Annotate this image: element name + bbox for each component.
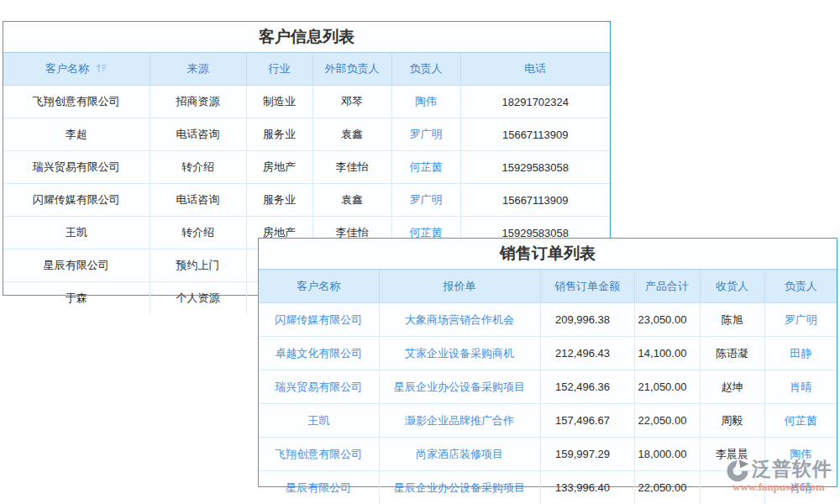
cell-order_amount: 212,496.43 — [540, 337, 634, 370]
vendor-watermark: 泛普软件 www.fanpusoft.com — [719, 456, 838, 495]
owner-link[interactable]: 罗广明 — [410, 128, 443, 140]
cell-product_total: 21,050.00 — [634, 370, 700, 404]
cell-product_total: 22,050.00 — [634, 404, 700, 438]
cell-external_owner: 邓琴 — [312, 86, 391, 118]
cell-name: 于森 — [3, 282, 150, 315]
owner-link[interactable]: 何芷茵 — [785, 414, 817, 427]
owner-link[interactable]: 陶伟 — [415, 95, 437, 108]
cell-industry: 服务业 — [246, 118, 312, 151]
cell-external_owner: 袁鑫 — [312, 184, 391, 217]
sales-order-panel: 销售订单列表 客户名称 报价单 销售订单金额 产品合计 收货人 负责人 闪耀传媒… — [258, 238, 837, 487]
owner-link[interactable]: 肖晴 — [790, 381, 811, 393]
quote-link[interactable]: 星辰企业办公设备采购项目 — [394, 381, 525, 393]
owner-link[interactable]: 罗广明 — [410, 193, 443, 206]
col-header-owner: 负责人 — [391, 53, 460, 86]
cell-industry: 房地产 — [246, 151, 312, 184]
cell-product_total: 14,100.00 — [634, 337, 700, 370]
cell-phone: 15667113909 — [460, 118, 610, 151]
col-header-quote: 报价单 — [379, 270, 540, 303]
customer-table-header-row: 客户名称 来源 行业 外部负责人 负责人 电话 — [3, 53, 610, 86]
cell-order_amount: 133,996.40 — [540, 471, 634, 504]
cell-industry: 服务业 — [246, 184, 312, 217]
sort-ascending-icon[interactable] — [96, 63, 108, 73]
cell-owner: 肖晴 — [764, 370, 837, 404]
customer-link[interactable]: 飞翔创意有限公司 — [275, 448, 362, 460]
cell-product_total: 18,000.00 — [634, 438, 700, 471]
cell-owner: 田静 — [764, 337, 837, 370]
cell-receiver: 赵坤 — [700, 370, 764, 404]
table-row: 闪耀传媒有限公司电话咨询服务业袁鑫罗广明15667113909 — [3, 184, 610, 217]
screen: 客户信息列表 客户名称 来源 行业 外部负责人 — [0, 0, 840, 504]
order-table-header-row: 客户名称 报价单 销售订单金额 产品合计 收货人 负责人 — [259, 270, 837, 303]
cell-receiver: 陈旭 — [700, 303, 764, 337]
cell-receiver: 陈语凝 — [700, 337, 764, 370]
customer-link[interactable]: 王凯 — [307, 414, 329, 427]
cell-quote: 尚家酒店装修项目 — [379, 438, 540, 471]
cell-product_total: 22,050.00 — [634, 471, 700, 504]
customer-table-title: 客户信息列表 — [3, 22, 610, 53]
col-header-source: 来源 — [150, 53, 246, 86]
cell-owner: 罗广明 — [391, 184, 460, 217]
quote-link[interactable]: 星辰企业办公设备采购项目 — [394, 481, 525, 494]
cell-name: 星辰有限公司 — [3, 249, 150, 282]
cell-source: 个人资源 — [150, 282, 246, 315]
owner-link[interactable]: 田静 — [790, 347, 811, 360]
table-row: 飞翔创意有限公司招商资源制造业邓琴陶伟18291702324 — [3, 86, 610, 118]
cell-order_amount: 157,496.67 — [540, 404, 634, 438]
quote-link[interactable]: 尚家酒店装修项目 — [416, 448, 503, 460]
col-header-customer-name[interactable]: 客户名称 — [3, 53, 150, 86]
cell-source: 电话咨询 — [150, 118, 246, 151]
watermark-brand: 泛普软件 — [752, 456, 832, 482]
cell-order_amount: 159,997.29 — [540, 438, 634, 471]
cell-customer: 王凯 — [259, 404, 379, 438]
cell-customer: 星辰有限公司 — [259, 471, 379, 504]
cell-source: 电话咨询 — [150, 184, 246, 217]
cell-industry: 制造业 — [246, 86, 312, 118]
cell-customer: 闪耀传媒有限公司 — [259, 303, 379, 337]
customer-link[interactable]: 闪耀传媒有限公司 — [275, 313, 362, 326]
cell-customer: 飞翔创意有限公司 — [259, 438, 379, 471]
col-header-receiver: 收货人 — [700, 270, 764, 303]
cell-name: 瑞兴贸易有限公司 — [3, 151, 150, 184]
owner-link[interactable]: 何芷茵 — [410, 160, 443, 173]
owner-link[interactable]: 何芷茵 — [410, 226, 443, 239]
order-table-title: 销售订单列表 — [259, 239, 837, 270]
cell-external_owner: 李佳怡 — [312, 151, 391, 184]
cell-owner: 罗广明 — [391, 118, 460, 151]
quote-link[interactable]: 艾家企业设备采购商机 — [405, 347, 514, 360]
cell-order_amount: 209,996.38 — [540, 303, 634, 337]
cell-receiver: 周毅 — [700, 404, 764, 438]
cell-phone: 15667113909 — [460, 184, 610, 217]
cell-external_owner: 袁鑫 — [312, 118, 391, 151]
col-header-industry: 行业 — [246, 53, 312, 86]
cell-owner: 何芷茵 — [764, 404, 837, 438]
owner-link[interactable]: 罗广明 — [785, 313, 817, 326]
customer-link[interactable]: 星辰有限公司 — [286, 481, 351, 494]
col-header-label: 客户名称 — [45, 62, 89, 75]
table-row: 卓越文化有限公司艾家企业设备采购商机212,496.4314,100.00陈语凝… — [259, 337, 837, 370]
cell-name: 李超 — [3, 118, 150, 151]
cell-name: 飞翔创意有限公司 — [3, 86, 150, 118]
col-header-external-owner: 外部负责人 — [312, 53, 391, 86]
table-row: 瑞兴贸易有限公司星辰企业办公设备采购项目152,496.3621,050.00赵… — [259, 370, 837, 404]
col-header-phone: 电话 — [460, 53, 610, 86]
col-header-order-customer: 客户名称 — [259, 270, 379, 303]
cell-order_amount: 152,496.36 — [540, 370, 634, 404]
fanpu-logo-icon — [725, 457, 750, 482]
cell-phone: 15929583058 — [460, 151, 610, 184]
table-row: 王凯灏影企业品牌推广合作157,496.6722,050.00周毅何芷茵 — [259, 404, 837, 438]
cell-quote: 艾家企业设备采购商机 — [379, 337, 540, 370]
customer-link[interactable]: 瑞兴贸易有限公司 — [275, 381, 362, 393]
cell-quote: 灏影企业品牌推广合作 — [379, 404, 540, 438]
cell-customer: 瑞兴贸易有限公司 — [259, 370, 379, 404]
cell-source: 转介绍 — [150, 217, 246, 249]
cell-quote: 星辰企业办公设备采购项目 — [379, 471, 540, 504]
cell-customer: 卓越文化有限公司 — [259, 337, 379, 370]
quote-link[interactable]: 大象商场营销合作机会 — [405, 313, 514, 326]
cell-source: 招商资源 — [150, 86, 246, 118]
cell-product_total: 23,050.00 — [634, 303, 700, 337]
cell-name: 闪耀传媒有限公司 — [3, 184, 150, 217]
customer-link[interactable]: 卓越文化有限公司 — [275, 347, 362, 360]
quote-link[interactable]: 灏影企业品牌推广合作 — [405, 414, 514, 427]
cell-source: 转介绍 — [150, 151, 246, 184]
